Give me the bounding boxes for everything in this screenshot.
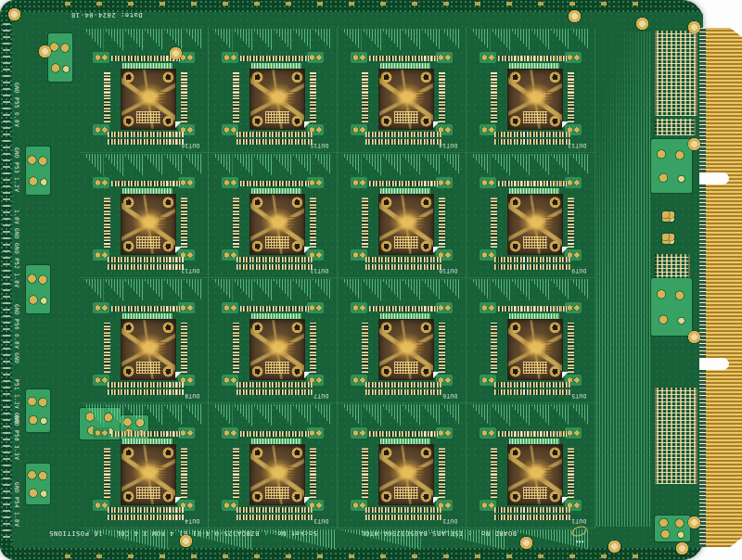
corner-pad-group [436, 177, 453, 188]
power-net-label: 1.8V GND GND P52 1.8V [14, 202, 19, 295]
fiducial-hole [687, 20, 701, 34]
pin1-triangle-marker [304, 121, 311, 128]
pin-column-right [439, 323, 445, 373]
pin-row-top [369, 56, 438, 61]
fiducial-hole [608, 540, 621, 554]
socket-site-dut11: DUT11 [209, 153, 338, 278]
bga-pad-array [136, 236, 160, 248]
pin-row-bottom [108, 139, 184, 145]
pin-row-bottom [108, 389, 184, 395]
power-net-label: GND P58 3.3V [14, 408, 19, 467]
bga-pad-array [265, 111, 289, 123]
pin1-triangle-marker [175, 372, 182, 378]
corner-pad-group [351, 52, 367, 63]
pin-column-left [362, 72, 368, 122]
trace-waterfall [83, 279, 203, 301]
trace-waterfall [212, 154, 332, 176]
socket-site-dut2: DUT2 [338, 403, 467, 528]
corner-pad-group [565, 427, 582, 439]
socket-site-dut15: DUT15 [209, 28, 338, 153]
pin-row-top [240, 306, 309, 312]
pin-row-bottom [365, 515, 441, 520]
burn-in-socket [507, 69, 563, 130]
bga-pad-array [265, 362, 289, 374]
pin-column-left [362, 197, 368, 248]
pin-column-right [439, 72, 445, 122]
via-array-block [655, 31, 697, 116]
socket-site-dut14: DUT14 [338, 28, 467, 153]
pin-row-bottom [494, 257, 570, 262]
corner-pad-group [436, 52, 453, 63]
corner-pad-group [93, 52, 109, 63]
trace-waterfall [83, 154, 203, 176]
corner-pad-group [565, 177, 582, 188]
trace-waterfall [212, 29, 332, 51]
trace-waterfall [470, 404, 590, 426]
trace-waterfall [470, 154, 590, 176]
corner-pad-group [480, 52, 496, 63]
component-cluster [651, 139, 692, 193]
pin-row-top [240, 431, 309, 437]
power-component-group [48, 33, 72, 82]
corner-pad-group [565, 52, 582, 63]
pin-column-right [568, 72, 574, 122]
gold-contact-tab [159, 342, 170, 351]
pin-column-left [104, 323, 110, 373]
burn-in-socket [121, 194, 176, 255]
date-label: Date: 2024-04-18 [56, 11, 158, 19]
power-net-label: GND P55 0.8V [14, 74, 19, 135]
trace-waterfall [83, 404, 203, 426]
bga-pad-array [523, 362, 547, 374]
corner-pad-group [178, 177, 195, 188]
power-component-group [26, 265, 50, 313]
via-array-block [655, 119, 696, 135]
dut-label: DUT16 [181, 143, 199, 149]
gold-contact-tab [288, 342, 299, 351]
corner-pad-group [178, 302, 195, 313]
pin-column-left [104, 72, 110, 122]
pin-row-top [111, 306, 180, 312]
power-component-group [26, 389, 50, 432]
dut-label: DUT3 [313, 518, 328, 525]
gold-contact-tab [416, 92, 428, 101]
corner-pad-group [480, 427, 496, 439]
pin-row-bottom [365, 382, 441, 388]
corner-pad-group [93, 302, 109, 313]
top-fiducial-ticks [65, 2, 659, 6]
pin-row-bottom [237, 507, 313, 513]
pin-row-bottom [365, 507, 441, 513]
pin-column-right [181, 448, 187, 498]
pin-row-top [240, 181, 309, 186]
pin-row-top [369, 306, 438, 312]
pin-row-bottom [494, 132, 570, 137]
pin1-triangle-marker [433, 497, 440, 503]
via-array-block [655, 254, 690, 280]
trace-waterfall [341, 29, 461, 51]
power-net-label: GND P56 0.8V GND [14, 297, 19, 371]
corner-pad-group [351, 427, 367, 439]
card-edge-connector [699, 28, 742, 547]
pin-row-bottom [108, 264, 184, 270]
burn-in-socket [249, 69, 305, 130]
corner-pad-group [436, 427, 453, 439]
socket-site-dut5: DUT5 [467, 278, 595, 403]
pin-row-bottom [494, 515, 570, 520]
trace-waterfall [470, 29, 590, 51]
dut-label: DUT9 [571, 268, 586, 274]
fanout-trace-bundle [596, 32, 652, 527]
pin-row-bottom [365, 132, 441, 137]
gold-contact-tab [416, 342, 428, 351]
pin-column-left [362, 323, 368, 373]
dut-label: DUT7 [313, 393, 328, 400]
pin-row-bottom [237, 515, 313, 520]
dut-label: DUT5 [571, 393, 586, 400]
via-array-block [655, 388, 697, 484]
fiducial-hole [568, 9, 582, 23]
pin-column-left [491, 197, 497, 248]
pin-column-right [568, 323, 574, 373]
pin-row-top [498, 431, 567, 437]
socket-site-dut12: DUT12 [80, 153, 209, 278]
pin-column-right [568, 197, 574, 248]
fiducial-hole [38, 45, 52, 58]
socket-site-dut9: DUT9 [467, 153, 595, 278]
